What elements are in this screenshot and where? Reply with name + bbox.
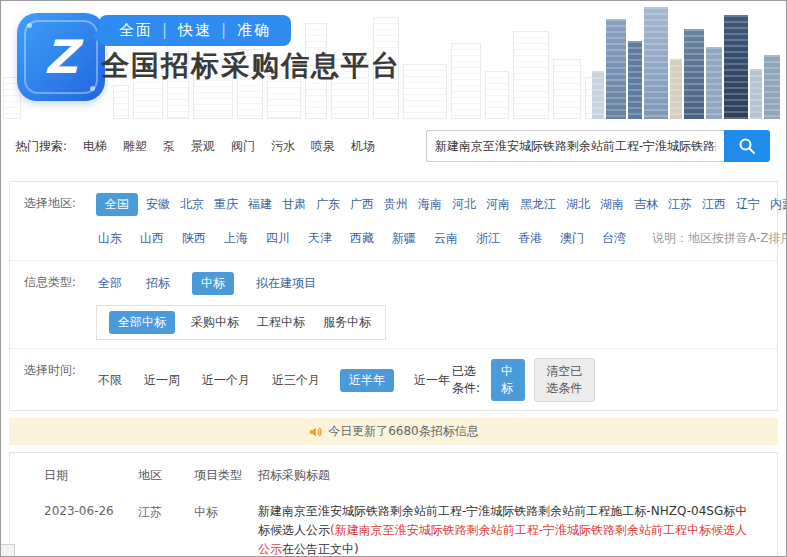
region-option[interactable]: 西藏 [348, 227, 376, 250]
hot-keyword[interactable]: 景观 [191, 138, 215, 155]
region-option[interactable]: 安徽 [144, 193, 172, 216]
info-type-label: 信息类型: [24, 270, 96, 340]
region-option[interactable]: 澳门 [558, 227, 586, 250]
column-type: 项目类型 [194, 467, 258, 484]
region-option[interactable]: 四川 [264, 227, 292, 250]
info-subtype-option[interactable]: 服务中标 [321, 311, 373, 334]
selected-conditions: 已选条件: 中标 清空已选条件 [452, 358, 763, 402]
search-icon [738, 137, 756, 155]
region-option[interactable]: 海南 [416, 193, 444, 216]
region-option[interactable]: 湖北 [564, 193, 592, 216]
column-region: 地区 [138, 467, 194, 484]
slogan-separator: | [162, 21, 169, 39]
time-option[interactable]: 近一年 [412, 369, 452, 392]
hot-keyword[interactable]: 电梯 [83, 138, 107, 155]
region-option[interactable]: 黑龙江 [518, 193, 558, 216]
filter-panel: 选择地区: 全国 安徽 北京 重庆 福建 甘肃 广东 广西 贵州 海南 河北 河… [9, 181, 778, 411]
region-option[interactable]: 北京 [178, 193, 206, 216]
row-region: 江苏 [138, 502, 194, 521]
region-option[interactable]: 新疆 [390, 227, 418, 250]
region-option[interactable]: 陕西 [180, 227, 208, 250]
info-type-option[interactable]: 招标 [144, 272, 172, 295]
region-option[interactable]: 云南 [432, 227, 460, 250]
region-option[interactable]: 河北 [450, 193, 478, 216]
region-option[interactable]: 浙江 [474, 227, 502, 250]
hot-keyword[interactable]: 雕塑 [123, 138, 147, 155]
region-sort-note: 说明：地区按拼音A-Z排序 [652, 230, 787, 247]
region-option[interactable]: 福建 [246, 193, 274, 216]
slogan-part: 快速 [178, 21, 212, 39]
time-option-selected[interactable]: 近半年 [340, 369, 394, 392]
region-option[interactable]: 山西 [138, 227, 166, 250]
region-option-selected[interactable]: 全国 [96, 193, 138, 216]
region-option[interactable]: 湖南 [598, 193, 626, 216]
info-type-filter-row: 信息类型: 全部 招标 中标 拟在建项目 全部中标 采购中标 工程中标 服务中标 [10, 260, 777, 348]
hot-search-bar: 热门搜索: 电梯 雕塑 泵 景观 阀门 污水 喷泉 机场 [1, 119, 786, 173]
region-option[interactable]: 广东 [314, 193, 342, 216]
update-notice-bar: 今日更新了6680条招标信息 [9, 418, 778, 445]
results-header: 日期 地区 项目类型 招标采购标题 [10, 453, 777, 492]
region-option[interactable]: 内蒙古 [768, 193, 787, 216]
info-type-option-selected[interactable]: 中标 [192, 272, 234, 295]
region-option[interactable]: 重庆 [212, 193, 240, 216]
speaker-icon [308, 425, 322, 439]
page-title: 全国招标采购信息平台 [101, 47, 401, 85]
region-option[interactable]: 江苏 [666, 193, 694, 216]
time-option[interactable]: 近三个月 [270, 369, 322, 392]
slogan-bubble: 全面|快速|准确 [99, 15, 291, 46]
slogan-separator: | [221, 21, 228, 39]
search-input[interactable] [426, 130, 724, 162]
column-title: 招标采购标题 [258, 467, 763, 484]
update-notice-text: 今日更新了6680条招标信息 [328, 423, 479, 440]
region-option[interactable]: 上海 [222, 227, 250, 250]
clear-conditions-button[interactable]: 清空已选条件 [534, 358, 595, 402]
selected-conditions-label: 已选条件: [452, 363, 482, 397]
city-skyline-image [592, 7, 780, 119]
row-title-link[interactable]: 新建南京至淮安城际铁路剩余站前工程-宁淮城际铁路剩余站前工程施工标-NHZQ-0… [258, 502, 763, 557]
row-type: 中标 [194, 502, 258, 521]
hot-keyword[interactable]: 污水 [271, 138, 295, 155]
region-option[interactable]: 辽宁 [734, 193, 762, 216]
region-filter-label: 选择地区: [24, 191, 96, 252]
region-option[interactable]: 吉林 [632, 193, 660, 216]
row-date: 2023-06-26 [44, 502, 138, 518]
time-option[interactable]: 近一个月 [200, 369, 252, 392]
slogan-part: 准确 [237, 21, 271, 39]
region-option[interactable]: 山东 [96, 227, 124, 250]
hot-keyword[interactable]: 机场 [351, 138, 375, 155]
search-box [426, 130, 770, 162]
region-option[interactable]: 广西 [348, 193, 376, 216]
time-filter-row: 选择时间: 不限 近一周 近一个月 近三个月 近半年 近一年 已选条件: 中标 … [10, 348, 777, 410]
page: Z 全面|快速|准确 全国招标采购信息平台 热门搜索: 电梯 雕塑 泵 景观 阀… [0, 0, 787, 557]
info-subtype-box: 全部中标 采购中标 工程中标 服务中标 [96, 305, 386, 340]
region-option[interactable]: 贵州 [382, 193, 410, 216]
info-type-option[interactable]: 全部 [96, 272, 124, 295]
site-logo: Z [17, 13, 105, 101]
info-subtype-option[interactable]: 工程中标 [255, 311, 307, 334]
time-option[interactable]: 不限 [96, 369, 124, 392]
info-subtype-option[interactable]: 采购中标 [189, 311, 241, 334]
header: Z 全面|快速|准确 全国招标采购信息平台 [1, 1, 786, 119]
search-button[interactable] [724, 130, 770, 162]
region-option[interactable]: 甘肃 [280, 193, 308, 216]
slogan-part: 全面 [119, 21, 153, 39]
info-type-option[interactable]: 拟在建项目 [254, 272, 318, 295]
condition-tag[interactable]: 中标 [491, 359, 525, 401]
info-subtype-option-selected[interactable]: 全部中标 [109, 311, 175, 334]
time-option[interactable]: 近一周 [142, 369, 182, 392]
region-option[interactable]: 河南 [484, 193, 512, 216]
results-table: 日期 地区 项目类型 招标采购标题 2023-06-26 江苏 中标 新建南京至… [9, 452, 778, 557]
page-corner-fragment [1, 544, 15, 556]
region-option[interactable]: 江西 [700, 193, 728, 216]
hot-keyword[interactable]: 泵 [163, 138, 175, 155]
hot-search-label: 热门搜索: [15, 138, 67, 155]
table-row: 2023-06-26 江苏 中标 新建南京至淮安城际铁路剩余站前工程-宁淮城际铁… [10, 492, 777, 557]
logo-letter: Z [17, 13, 105, 101]
hot-keyword[interactable]: 阀门 [231, 138, 255, 155]
column-date: 日期 [44, 467, 138, 484]
region-option[interactable]: 天津 [306, 227, 334, 250]
time-filter-label: 选择时间: [24, 358, 96, 402]
hot-keyword[interactable]: 喷泉 [311, 138, 335, 155]
region-option[interactable]: 香港 [516, 227, 544, 250]
region-option[interactable]: 台湾 [600, 227, 628, 250]
